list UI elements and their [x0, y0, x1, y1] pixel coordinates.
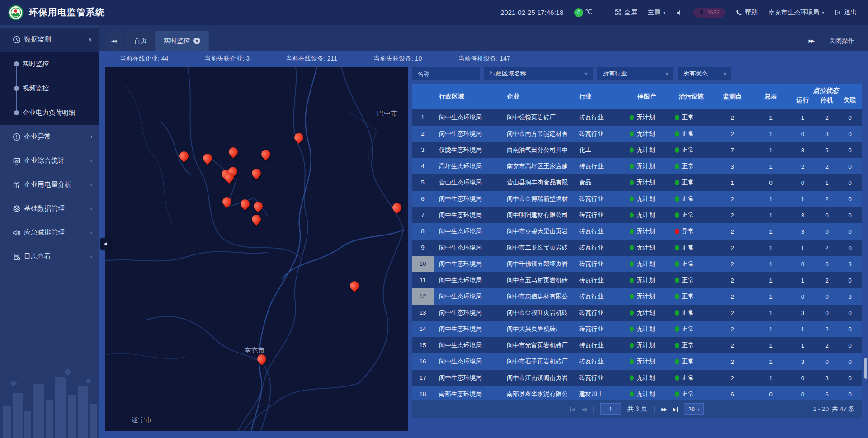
table-row[interactable]: 17 阆中生态环境局 阆中市江南镇阆南页岩 砖瓦行业 无计划 正常 2 1 0 … — [412, 370, 862, 386]
row-region: 阆中生态环境局 — [434, 227, 501, 235]
fullscreen-button[interactable]: 全屏 — [615, 9, 637, 17]
tab-home[interactable]: 首页 — [126, 31, 156, 51]
row-stopped: 3 — [816, 131, 838, 137]
logout-button[interactable]: 退出 — [835, 9, 857, 17]
table-row[interactable]: 16 阆中生态环境局 阆中市石子页岩机砖厂 砖瓦行业 无计划 正常 2 1 3 … — [412, 353, 862, 370]
status-select[interactable]: 所有状态 ∨ — [678, 67, 731, 80]
last-page-button[interactable]: ▶ — [673, 407, 678, 412]
map-collapse-button[interactable]: ◀ — [100, 238, 110, 250]
row-stopped: 0 — [816, 310, 838, 316]
row-enterprise: 阆中市石子页岩机砖厂 — [501, 358, 574, 366]
row-pollution-facility: 正常 — [682, 179, 694, 187]
row-region: 阆中生态环境局 — [434, 358, 501, 366]
row-pollution-facility: 正常 — [682, 358, 694, 366]
chevron-down-icon: ▾ — [698, 407, 700, 412]
table-row[interactable]: 1 阆中生态环境局 阆中强锐页岩砖厂 砖瓦行业 无计划 正常 2 1 1 2 0 — [412, 109, 862, 126]
scrollbar-thumb[interactable] — [864, 358, 867, 379]
industry-select[interactable]: 所有行业 ∨ — [597, 67, 673, 80]
chevron-left-icon: ‹ — [90, 181, 92, 188]
stat-offline-devices: 当前失联设备: 10 — [373, 55, 422, 63]
notification-badge[interactable]: 2632 — [693, 8, 725, 18]
table-row[interactable]: 10 阆中生态环境局 阆中千佛镇五郎垭页岩 砖瓦行业 无计划 正常 2 1 0 … — [412, 256, 862, 272]
sidebar-item-power-usage-analysis[interactable]: 企业用电量分析 ‹ — [0, 173, 99, 197]
table-row[interactable]: 4 高坪生态环境局 南充市高坪区王家店建 砖瓦行业 无计划 正常 3 1 2 2… — [412, 158, 862, 174]
org-dropdown[interactable]: 南充市生态环境局▾ — [769, 9, 824, 17]
sound-toggle[interactable] — [676, 9, 683, 16]
region-select[interactable]: 行政区域名称 ∨ — [484, 67, 593, 80]
sidebar-item-data-monitoring[interactable]: 数据监测 ∨ — [0, 28, 99, 52]
table-row[interactable]: 7 阆中生态环境局 阆中明阳建材有限公司 砖瓦行业 无计划 正常 2 1 3 0… — [412, 207, 862, 223]
chevron-left-icon: ‹ — [90, 229, 92, 236]
tabs-scroll-left-button[interactable]: ◀◀ — [106, 31, 121, 51]
map-canvas[interactable]: 巴中市南充市遂宁市 — [105, 67, 408, 431]
page-number-input[interactable] — [600, 403, 621, 415]
help-button[interactable]: 帮助 — [736, 9, 758, 17]
map-city-label: 遂宁市 — [132, 416, 152, 424]
table-row[interactable]: 15 阆中生态环境局 阆中市光富页岩机砖厂 砖瓦行业 无计划 正常 2 1 1 … — [412, 337, 862, 353]
row-region: 阆中生态环境局 — [434, 292, 501, 301]
row-stopped: 5 — [816, 147, 838, 154]
row-pollution-facility: 正常 — [682, 244, 694, 252]
status-dot — [630, 310, 634, 316]
row-enterprise: 阆中市二龙长宝页岩砖 — [501, 244, 574, 252]
table-row[interactable]: 8 阆中生态环境局 阆中市枣碧大梁山页岩 砖瓦行业 无计划 异常 2 1 3 0… — [412, 223, 862, 240]
sidebar-item-enterprise-abnormal[interactable]: 企业异常 ‹ — [0, 125, 99, 149]
row-region: 阆中生态环境局 — [434, 113, 501, 122]
table-row[interactable]: 11 阆中生态环境局 阆中市五马桥页岩机砖 砖瓦行业 无计划 正常 2 1 1 … — [412, 272, 862, 288]
row-lost: 0 — [838, 245, 862, 251]
row-lost: 0 — [838, 212, 862, 219]
first-page-button[interactable]: ◀ — [570, 407, 575, 412]
status-dot — [675, 359, 679, 364]
row-production-limit: 无计划 — [637, 162, 655, 170]
row-monitor-points: 6 — [713, 391, 752, 398]
sidebar-item-base-data-management[interactable]: 基础数据管理 ‹ — [0, 197, 99, 221]
close-tab-icon[interactable]: ✕ — [193, 38, 200, 44]
table-header: 行政区域 企业 行业 停限产 治污设施 监测点 总表 点位状态 运行 停机 失联 — [412, 84, 862, 109]
tabs-scroll-right-button[interactable]: ▶▶ — [809, 38, 814, 43]
table-row[interactable]: 12 阆中生态环境局 阆中市忠信建材有限公 砖瓦行业 无计划 正常 2 1 0 … — [412, 288, 862, 305]
row-total-meter: 1 — [752, 358, 790, 365]
temperature: 0 ℃ — [574, 8, 592, 17]
row-industry: 砖瓦行业 — [574, 113, 624, 122]
theme-dropdown[interactable]: 主题▾ — [648, 9, 665, 17]
row-lost: 0 — [838, 179, 862, 186]
sidebar-item-emergency-reduction[interactable]: 应急减排管理 ‹ — [0, 221, 99, 245]
close-operations-button[interactable]: 关闭操作 — [829, 37, 854, 45]
stats-bar: 当前在线企业: 44 当前失联企业: 3 当前在线设备: 211 当前失联设备:… — [99, 51, 868, 66]
next-page-button[interactable]: ▶▶ — [661, 407, 666, 412]
table-row[interactable]: 5 营山生态环境局 营山县润丰肉食品有限 食品 无计划 正常 1 0 0 1 0 — [412, 174, 862, 191]
table-row[interactable]: 18 南部生态环境局 南部县双华水泥有限公 建材加工 无计划 正常 6 0 0 … — [412, 386, 862, 400]
chevron-down-icon: ▾ — [822, 10, 824, 15]
row-lost: 0 — [838, 147, 862, 154]
page-size-select[interactable]: 20 ▾ — [684, 403, 704, 415]
table-row[interactable]: 14 阆中生态环境局 阆中大兴页岩机砖厂 砖瓦行业 无计划 正常 2 1 1 2… — [412, 321, 862, 337]
table-row[interactable]: 13 阆中生态环境局 阆中市金福旺页岩机砖 砖瓦行业 无计划 正常 2 1 3 … — [412, 305, 862, 321]
sidebar-item-log-view[interactable]: 日志查看 ‹ — [0, 245, 99, 268]
temperature-badge: 0 — [574, 8, 583, 17]
bullet-icon — [14, 86, 19, 91]
row-industry: 砖瓦行业 — [574, 130, 624, 138]
sidebar-item-video-monitoring[interactable]: 视频监控 — [0, 76, 99, 100]
row-production-limit: 无计划 — [637, 179, 655, 187]
table-row[interactable]: 9 阆中生态环境局 阆中市二龙长宝页岩砖 砖瓦行业 无计划 正常 2 1 1 2… — [412, 240, 862, 256]
row-monitor-points: 2 — [713, 245, 752, 251]
tab-realtime-monitoring[interactable]: 实时监控 ✕ — [156, 31, 209, 51]
col-pollution-facility: 治污设施 — [670, 93, 713, 101]
status-dot — [675, 229, 679, 234]
sidebar-item-power-load-detail[interactable]: 企业电力负荷明细 — [0, 100, 99, 125]
sidebar-item-realtime-monitoring[interactable]: 实时监控 — [0, 52, 99, 76]
row-lost: 0 — [838, 228, 862, 235]
row-total-meter: 1 — [752, 245, 790, 251]
layers-icon — [13, 205, 21, 213]
row-monitor-points: 2 — [713, 196, 752, 203]
sidebar-item-enterprise-statistics[interactable]: 企业综合统计 ‹ — [0, 149, 99, 173]
row-running: 1 — [790, 342, 816, 349]
prev-page-button[interactable]: ◀◀ — [581, 407, 586, 412]
name-search-input[interactable] — [412, 67, 480, 80]
bar-chart-icon — [13, 181, 21, 189]
table-row[interactable]: 2 阆中生态环境局 阆中市南方节能建材有 砖瓦行业 无计划 正常 2 1 0 3… — [412, 126, 862, 142]
table-row[interactable]: 6 阆中生态环境局 阆中市金博瑞新型墙材 砖瓦行业 无计划 正常 2 1 1 2… — [412, 191, 862, 207]
row-index: 11 — [412, 272, 434, 288]
row-index: 8 — [412, 223, 434, 240]
table-row[interactable]: 3 仪陇生态环境局 西南油气田分公司川中 化工 无计划 正常 7 1 3 5 0 — [412, 142, 862, 158]
